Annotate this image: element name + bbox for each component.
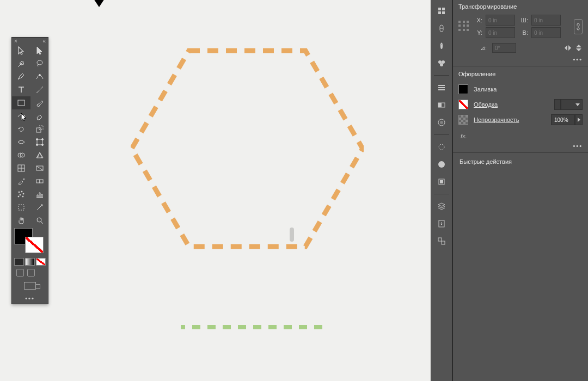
shape-builder-tool[interactable] (12, 149, 30, 162)
paintbrush-tool[interactable] (30, 96, 49, 109)
stroke-color-swatch[interactable] (458, 100, 468, 109)
stroke-panel-icon[interactable] (434, 81, 449, 95)
symbols-panel-icon[interactable] (434, 56, 449, 70)
svg-rect-3 (18, 100, 24, 106)
curvature-tool[interactable] (30, 70, 49, 83)
stroke-weight-dropdown[interactable] (561, 99, 583, 110)
hexagon-path[interactable] (131, 48, 364, 249)
flip-horizontal-icon[interactable] (564, 44, 572, 52)
transform-more-options[interactable]: ••• (453, 56, 588, 65)
symbol-sprayer-tool[interactable] (12, 188, 30, 201)
opacity-flyout-icon[interactable] (575, 114, 583, 125)
y-input[interactable] (486, 27, 515, 38)
screen-mode-icon[interactable] (24, 282, 36, 290)
swatches-panel-icon[interactable] (434, 98, 449, 112)
svg-rect-5 (36, 128, 41, 132)
draw-behind-icon[interactable] (27, 269, 35, 276)
stroke-swatch[interactable] (25, 237, 44, 253)
eraser-tool[interactable] (30, 109, 49, 122)
draw-mode-row (12, 267, 48, 279)
fill-stroke-swatches[interactable] (12, 227, 48, 257)
selection-tool[interactable] (12, 44, 30, 57)
pen-tool[interactable] (12, 70, 30, 83)
svg-rect-43 (442, 241, 445, 244)
magic-wand-tool[interactable] (12, 57, 30, 70)
slice-tool[interactable] (30, 201, 49, 214)
width-tool[interactable] (12, 136, 30, 149)
x-input[interactable] (486, 15, 515, 26)
color-mode-gradient[interactable] (25, 258, 35, 266)
screen-mode-row[interactable] (12, 279, 48, 293)
transform-section: X: Ш: Y: В: ⊿: (453, 12, 588, 56)
svg-rect-7 (37, 139, 42, 145)
shaper-tool[interactable] (12, 109, 30, 122)
blend-tool[interactable] (30, 175, 49, 188)
mesh-tool[interactable] (12, 162, 30, 175)
opacity-label[interactable]: Непрозрачность (474, 116, 519, 123)
envelope-mesh-indicator (93, 0, 106, 7)
hand-tool[interactable] (12, 214, 30, 227)
svg-point-11 (42, 144, 44, 146)
stroke-label[interactable]: Обводка (474, 101, 498, 108)
column-graph-tool[interactable] (30, 188, 49, 201)
fill-color-swatch[interactable] (458, 84, 468, 94)
scrollbar-thumb[interactable] (290, 228, 294, 242)
transform-section-title: Трансформирование (453, 0, 588, 12)
color-mode-none[interactable] (36, 258, 46, 266)
gradient-tool[interactable] (30, 162, 49, 175)
artboards-panel-icon[interactable] (434, 234, 449, 248)
appearance-more-options[interactable]: ••• (453, 143, 588, 151)
gradient-panel-icon[interactable] (434, 115, 449, 130)
collapsed-panel-dock (431, 0, 452, 381)
svg-rect-28 (438, 11, 441, 14)
color-mode-row (12, 257, 48, 267)
draw-normal-icon[interactable] (16, 269, 24, 276)
stroke-weight-stepper[interactable] (554, 99, 561, 110)
eyedropper-tool[interactable] (12, 175, 30, 188)
dashed-line-path[interactable] (181, 325, 322, 329)
type-tool[interactable] (12, 83, 30, 96)
opacity-swatch-icon[interactable] (458, 115, 468, 125)
direct-selection-tool[interactable] (30, 44, 49, 57)
zoom-tool[interactable] (30, 214, 49, 227)
svg-point-22 (22, 196, 23, 197)
transparency-panel-icon[interactable] (434, 140, 449, 154)
svg-point-8 (36, 139, 38, 140)
constrain-proportions-icon[interactable] (574, 19, 583, 34)
line-tool[interactable] (30, 83, 49, 96)
edit-toolbar-button[interactable]: ••• (12, 293, 48, 304)
svg-point-31 (442, 60, 445, 64)
layers-panel-icon[interactable] (434, 199, 449, 213)
opacity-value[interactable]: 100% (551, 114, 575, 125)
tools-panel-header[interactable]: × « (12, 38, 48, 44)
color-mode-solid[interactable] (14, 258, 24, 266)
brushes-panel-icon[interactable] (434, 39, 449, 53)
rectangle-tool[interactable] (12, 96, 30, 109)
width-input[interactable] (531, 15, 561, 26)
libraries-panel-icon[interactable] (434, 21, 449, 35)
svg-point-36 (440, 121, 443, 124)
perspective-grid-tool[interactable] (30, 149, 49, 162)
x-label: X: (473, 17, 482, 23)
angle-input[interactable] (492, 43, 516, 53)
height-input[interactable] (531, 27, 561, 38)
free-transform-tool[interactable] (30, 136, 49, 149)
svg-rect-40 (440, 180, 443, 183)
scale-tool[interactable] (30, 122, 49, 136)
svg-rect-34 (438, 103, 442, 107)
collapse-icon[interactable]: « (42, 38, 46, 44)
asset-export-panel-icon[interactable] (434, 217, 449, 231)
fx-label[interactable]: fx. (453, 130, 588, 143)
close-icon[interactable]: × (14, 38, 17, 44)
reference-point-picker[interactable] (458, 21, 470, 33)
artboard-canvas[interactable] (0, 0, 430, 381)
rotate-tool[interactable] (12, 122, 30, 136)
lasso-tool[interactable] (30, 57, 49, 70)
svg-point-18 (19, 192, 20, 193)
flip-vertical-icon[interactable] (575, 44, 583, 52)
appearance-panel-icon[interactable] (434, 157, 449, 171)
properties-panel-icon[interactable] (434, 4, 449, 18)
graphic-styles-panel-icon[interactable] (434, 175, 449, 189)
angle-label: ⊿: (477, 45, 487, 52)
artboard-tool[interactable] (12, 201, 30, 214)
